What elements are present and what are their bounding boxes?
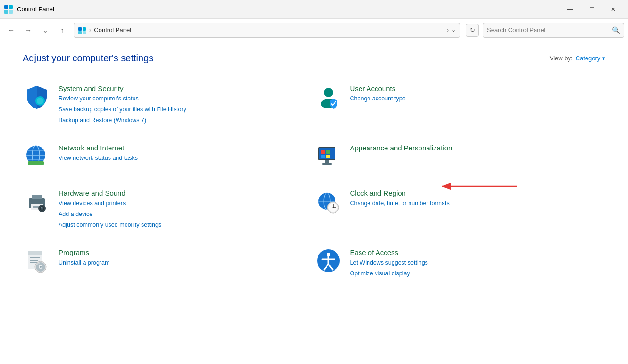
appearance-title[interactable]: Appearance and Personalization (350, 144, 452, 152)
up-button[interactable]: ↑ (55, 23, 70, 38)
system-security-link-3[interactable]: Backup and Restore (Windows 7) (59, 116, 186, 125)
view-by-value[interactable]: Category ▾ (576, 55, 605, 62)
svg-point-42 (332, 207, 334, 208)
system-security-link-2[interactable]: Save backup copies of your files with Fi… (59, 105, 186, 114)
svg-rect-22 (321, 155, 325, 158)
svg-point-9 (37, 98, 43, 104)
address-separator-left: › (89, 26, 91, 33)
ease-of-access-text: Ease of Access Let Windows suggest setti… (350, 247, 428, 278)
search-bar[interactable]: 🔍 (483, 23, 624, 38)
category-item-ease-of-access: Ease of Access Let Windows suggest setti… (314, 241, 606, 284)
ease-of-access-title[interactable]: Ease of Access (350, 248, 428, 256)
minimize-button[interactable]: — (559, 2, 581, 17)
categories-grid: System and Security Review your computer… (23, 77, 605, 290)
system-security-text: System and Security Review your computer… (59, 83, 186, 125)
close-button[interactable]: ✕ (603, 2, 624, 17)
appearance-text: Appearance and Personalization (350, 142, 452, 152)
svg-rect-2 (4, 10, 8, 14)
svg-point-34 (41, 207, 42, 208)
address-bar[interactable]: › Control Panel › ⌄ (74, 23, 460, 38)
user-accounts-text: User Accounts Change account type (350, 83, 406, 103)
svg-rect-20 (321, 150, 325, 154)
network-internet-text: Network and Internet View network status… (59, 142, 138, 163)
ease-of-access-link-1[interactable]: Let Windows suggest settings (350, 258, 428, 267)
address-dropdown-button[interactable]: ⌄ (452, 27, 456, 33)
ease-of-access-link-2[interactable]: Optimize visual display (350, 269, 428, 278)
page-title: Adjust your computer's settings (23, 53, 153, 64)
svg-rect-46 (28, 251, 42, 255)
svg-rect-0 (4, 5, 8, 9)
svg-rect-27 (32, 195, 42, 199)
hardware-sound-link-1[interactable]: View devices and printers (59, 199, 161, 208)
maximize-button[interactable]: ☐ (581, 2, 603, 17)
hardware-sound-icon (23, 187, 51, 215)
address-text: Control Panel (94, 26, 444, 33)
user-accounts-icon (314, 83, 343, 111)
refresh-button[interactable]: ↻ (466, 24, 479, 37)
svg-rect-23 (326, 155, 330, 158)
hardware-sound-link-3[interactable]: Adjust commonly used mobility settings (59, 220, 161, 230)
programs-title[interactable]: Programs (59, 248, 109, 256)
hardware-sound-text: Hardware and Sound View devices and prin… (59, 187, 161, 230)
category-item-hardware-sound: Hardware and Sound View devices and prin… (23, 182, 314, 235)
svg-rect-5 (83, 27, 86, 31)
svg-rect-1 (9, 5, 13, 9)
svg-point-53 (40, 266, 42, 268)
user-accounts-title[interactable]: User Accounts (350, 84, 406, 92)
category-item-appearance: Appearance and Personalization (314, 136, 606, 176)
category-item-user-accounts: User Accounts Change account type (314, 77, 606, 131)
forward-button[interactable]: → (21, 23, 36, 38)
address-icon (78, 26, 86, 34)
network-internet-title[interactable]: Network and Internet (59, 144, 138, 152)
svg-rect-24 (325, 160, 329, 163)
app-icon (4, 5, 13, 14)
programs-link-1[interactable]: Uninstall a program (59, 258, 109, 267)
programs-text: Programs Uninstall a program (59, 247, 109, 267)
navigation-bar: ← → ⌄ ↑ › Control Panel › ⌄ ↻ 🔍 (0, 19, 628, 41)
clock-region-link-1[interactable]: Change date, time, or number formats (350, 199, 450, 208)
recent-locations-button[interactable]: ⌄ (38, 23, 53, 38)
search-icon[interactable]: 🔍 (612, 26, 620, 34)
clock-region-title[interactable]: Clock and Region (350, 189, 450, 197)
hardware-sound-link-2[interactable]: Add a device (59, 209, 161, 219)
category-item-clock-region: Clock and Region Change date, time, or n… (314, 182, 606, 235)
window-title: Control Panel (17, 6, 54, 13)
network-internet-link-1[interactable]: View network status and tasks (59, 153, 138, 163)
network-internet-icon (23, 142, 51, 170)
page-header: Adjust your computer's settings View by:… (23, 53, 605, 64)
svg-rect-17 (28, 161, 44, 165)
window-controls: — ☐ ✕ (559, 2, 624, 17)
svg-rect-4 (78, 27, 82, 31)
programs-icon (23, 247, 51, 275)
view-by-control: View by: Category ▾ (550, 55, 605, 62)
search-input[interactable] (487, 26, 609, 33)
address-separator-right: › (447, 26, 449, 33)
svg-rect-7 (83, 31, 86, 34)
main-content: Adjust your computer's settings View by:… (0, 41, 628, 364)
svg-rect-6 (78, 31, 82, 34)
category-item-network-internet: Network and Internet View network status… (23, 136, 314, 176)
clock-region-icon (314, 187, 343, 215)
svg-rect-21 (326, 150, 330, 154)
svg-point-10 (324, 88, 333, 97)
svg-rect-48 (30, 260, 38, 261)
svg-rect-3 (9, 10, 13, 14)
svg-rect-30 (33, 207, 38, 208)
system-security-icon (23, 83, 51, 111)
back-button[interactable]: ← (4, 23, 19, 38)
clock-region-text: Clock and Region Change date, time, or n… (350, 187, 450, 208)
system-security-link-1[interactable]: Review your computer's status (59, 94, 186, 103)
user-accounts-link-1[interactable]: Change account type (350, 94, 406, 103)
svg-rect-25 (322, 163, 332, 165)
ease-of-access-icon (314, 247, 343, 275)
svg-rect-47 (30, 257, 40, 258)
view-by-label: View by: (550, 55, 573, 62)
system-security-title[interactable]: System and Security (59, 84, 186, 92)
category-item-programs: Programs Uninstall a program (23, 241, 314, 284)
appearance-icon (314, 142, 343, 170)
category-item-system-security: System and Security Review your computer… (23, 77, 314, 131)
title-bar: Control Panel — ☐ ✕ (0, 0, 628, 19)
hardware-sound-title[interactable]: Hardware and Sound (59, 189, 161, 197)
